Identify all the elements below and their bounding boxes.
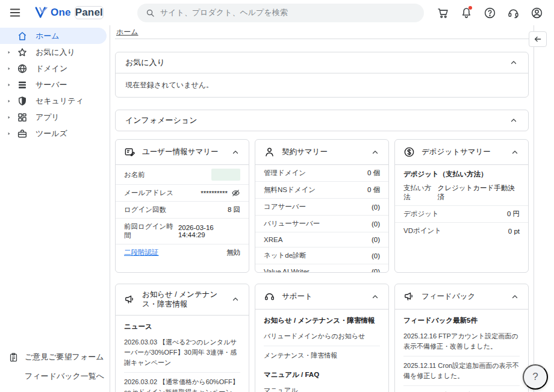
support-link[interactable]: メンテナンス・障害情報 <box>264 346 380 365</box>
field-label: デポジット <box>403 210 439 219</box>
chevron-up-icon[interactable] <box>372 148 380 157</box>
news-item[interactable]: 2026.03.03 【選べる2つのレンタルサーバーが30%OFF】30周年 3… <box>124 333 240 372</box>
feedback-item[interactable]: 2025.12.11 Cron設定追加画面の表示不備を修正しました。 <box>403 356 520 385</box>
sidebar-item-server[interactable]: サーバー <box>0 76 110 93</box>
deposit-section-header: デポジット（支払い方法） <box>395 165 528 180</box>
favorites-empty-message: 現在登録されていません。 <box>116 73 528 97</box>
chevron-right-icon[interactable] <box>5 115 13 120</box>
chevron-right-icon[interactable] <box>5 50 13 55</box>
feedback-list-label: フィードバック一覧へ <box>25 371 104 382</box>
chevron-up-icon[interactable] <box>232 295 240 303</box>
user-summary-card: ユーザー情報サマリー お名前 メールアドレス ********** <box>115 139 249 273</box>
headset-icon <box>264 291 275 302</box>
support-card-header: サポート <box>255 284 388 310</box>
chevron-right-icon[interactable] <box>5 66 13 71</box>
sidebar-nav: ホーム お気に入り ドメイン サーバー <box>0 25 110 142</box>
home-icon <box>17 30 28 42</box>
card-title: フィードバック <box>422 291 505 301</box>
shield-icon <box>17 95 28 107</box>
field-value: (0) <box>372 236 380 243</box>
globe-icon <box>17 63 28 74</box>
chevron-up-icon[interactable] <box>510 116 518 125</box>
chevron-up-icon[interactable] <box>511 293 520 301</box>
news-item[interactable]: 2026.03.02 【通常価格から60%OFF】co.jpドメイン新規取得キャ… <box>124 372 240 392</box>
feedback-item[interactable]: 2025.12.16 FTPアカウント設定画面の表示不備修正・改善しました。 <box>403 327 520 356</box>
feedback-card-body: フィードバック最新5件 2025.12.16 FTPアカウント設定画面の表示不備… <box>395 310 528 392</box>
sidebar-item-tools[interactable]: ツールズ <box>0 125 110 142</box>
field-label: 管理ドメイン <box>264 169 306 178</box>
information-panel-header[interactable]: インフォメーション <box>115 110 529 131</box>
table-row: 前回ログイン時間 2026-03-16 14:44:29 <box>116 218 249 244</box>
help-icon[interactable] <box>482 5 497 20</box>
field-label: お名前 <box>124 170 145 179</box>
support-link[interactable]: マニュアル <box>264 381 380 392</box>
table-row: 無料NSドメイン 0 個 <box>255 181 388 198</box>
cart-icon[interactable] <box>435 5 450 20</box>
two-factor-auth-link[interactable]: 二段階認証 <box>124 248 159 257</box>
dollar-circle-icon <box>403 146 415 158</box>
chevron-right-icon[interactable] <box>5 99 13 104</box>
one-panel-logo[interactable]: One Panel <box>35 6 104 19</box>
table-row: メールアドレス ********** <box>116 184 249 201</box>
field-value: 0 pt <box>508 228 520 235</box>
news-section-title: ニュース <box>124 317 240 333</box>
header-actions <box>435 5 544 20</box>
user-card-edit-icon <box>124 146 135 158</box>
feedback-form-link[interactable]: ご意見ご要望フォーム <box>0 347 110 367</box>
support-headset-icon[interactable] <box>505 5 521 20</box>
search-placeholder: サイト、プロダクト、ヘルプを検索 <box>160 7 288 18</box>
news-card-header: お知らせ / メンテナンス・障害情報 <box>116 284 249 316</box>
feedback-card-header: フィードバック <box>395 284 528 310</box>
favorites-panel: お気に入り 現在登録されていません。 <box>115 52 529 98</box>
account-icon[interactable] <box>529 5 544 20</box>
breadcrumb-home-link[interactable]: ホーム <box>116 27 138 37</box>
support-card-body: お知らせ / メンテナンス・障害情報 バリュードメインからのお知らせ メンテナン… <box>255 310 388 392</box>
notifications-bell-icon[interactable] <box>458 5 474 20</box>
search-input[interactable]: サイト、プロダクト、ヘルプを検索 <box>137 4 424 22</box>
chevron-up-icon[interactable] <box>232 148 240 157</box>
notification-dot <box>468 6 472 10</box>
person-icon <box>264 146 275 158</box>
megaphone-icon <box>124 294 135 305</box>
sidebar-item-apps[interactable]: アプリ <box>0 109 110 125</box>
sidebar-footer: ご意見ご要望フォーム フィードバック一覧へ <box>0 347 110 386</box>
field-label: Value AI Writer <box>264 268 310 272</box>
field-value: (0) <box>372 252 380 260</box>
hamburger-menu-icon[interactable] <box>8 6 22 19</box>
sidebar-item-favorites[interactable]: お気に入り <box>0 44 110 60</box>
support-card: サポート お知らせ / メンテナンス・障害情報 バリュードメインからのお知らせ … <box>255 284 389 392</box>
chevron-right-icon[interactable] <box>5 82 13 87</box>
table-row: 二段階認証 無効 <box>116 244 249 261</box>
deposit-summary-card: デポジットサマリー デポジット（支払い方法） 支払い方法 クレジットカード手動決… <box>394 139 529 273</box>
feedback-list-link[interactable]: フィードバック一覧へ <box>0 367 110 386</box>
table-row: XREA (0) <box>255 232 388 247</box>
field-label: 前回ログイン時間 <box>124 222 178 240</box>
sidebar-item-domain[interactable]: ドメイン <box>0 60 110 76</box>
field-value: 0 個 <box>367 185 380 194</box>
collapse-panel-button[interactable] <box>529 31 547 47</box>
user-summary-card-header: ユーザー情報サマリー <box>116 140 249 165</box>
favorites-panel-header[interactable]: お気に入り <box>116 52 528 73</box>
sidebar-item-home[interactable]: ホーム <box>0 28 107 44</box>
star-icon <box>17 46 28 58</box>
information-cards-grid: ユーザー情報サマリー お名前 メールアドレス ********** <box>115 139 529 392</box>
card-title: ユーザー情報サマリー <box>142 147 225 157</box>
left-arrow-icon <box>534 35 542 43</box>
support-link[interactable]: バリュードメインからのお知らせ <box>264 327 380 346</box>
chevron-right-icon[interactable] <box>5 131 13 136</box>
chevron-up-icon[interactable] <box>372 293 380 301</box>
field-value: (0) <box>372 204 380 211</box>
card-title: デポジットサマリー <box>422 147 505 157</box>
deposit-summary-card-body: デポジット（支払い方法） 支払い方法 クレジットカード手動決済 デポジット 0 … <box>395 165 528 272</box>
sidebar-item-security[interactable]: セキュリティ <box>0 93 110 109</box>
field-label: 無料NSドメイン <box>264 185 316 194</box>
chevron-up-icon[interactable] <box>511 148 520 157</box>
help-fab-button[interactable]: ? <box>523 364 548 390</box>
table-row: デポジット 0 円 <box>395 205 528 222</box>
feedback-item[interactable]: 2025.12.08 英語表示時のアカウントメニュー表示を調整しました。 <box>403 385 520 392</box>
table-row: Value AI Writer (0) <box>255 264 388 272</box>
field-value: (0) <box>372 268 380 272</box>
field-label: メールアドレス <box>124 188 173 198</box>
eye-off-icon[interactable] <box>231 188 240 198</box>
chevron-up-icon[interactable] <box>510 58 518 67</box>
